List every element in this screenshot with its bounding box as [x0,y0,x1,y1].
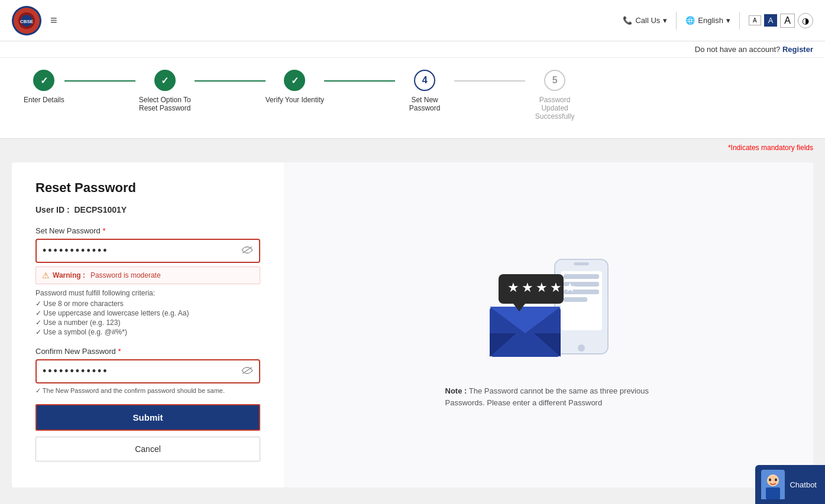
svg-rect-12 [574,262,589,265]
stepper-container: ✓ Enter Details ✓ Select Option To Reset… [0,58,825,139]
sub-header: Do not have an account? Register [0,41,825,58]
user-id-value: DECPS1001Y [74,205,127,214]
step-5-label: Password Updated Successfully [525,96,584,121]
font-large-button[interactable]: A [780,14,795,28]
step-5-circle: 5 [544,70,565,91]
step-4: 4 Set New Password [395,70,454,112]
globe-icon: 🌐 [685,16,695,25]
mandatory-text: Indicates mandatory fields [731,144,813,152]
divider-1 [676,12,677,30]
stepper: ✓ Enter Details ✓ Select Option To Reset… [24,70,801,121]
cancel-button[interactable]: Cancel [35,437,260,461]
password-illustration: ★★★★★ [466,242,632,372]
svg-rect-7 [564,274,599,279]
confirm-password-input[interactable] [43,365,241,378]
call-us-button[interactable]: 📞 Call Us ▾ [623,16,667,25]
confirm-password-wrapper [35,359,260,383]
svg-point-24 [769,479,771,482]
step-2-label: Select Option To Reset Password [135,96,195,112]
new-password-input[interactable] [43,245,241,257]
register-link[interactable]: Register [782,45,813,54]
connector-2-3 [195,80,266,82]
step-1-label: Enter Details [24,96,64,104]
language-label: English [698,16,723,25]
step-3-label: Verify Your Identity [266,96,324,104]
criteria-item-4: Use a symbol (e.g. @#%*) [35,328,260,336]
font-controls: A A A ◑ [749,13,813,28]
divider-2 [739,12,740,30]
right-panel: ★★★★★ Note : The Password cannot be the … [284,162,813,487]
language-selector[interactable]: 🌐 English ▾ [685,16,730,25]
warning-message: Password is moderate [90,271,161,279]
note-label: Note : [445,386,467,395]
contrast-button[interactable]: ◑ [798,13,813,28]
connector-3-4 [324,80,395,82]
register-prompt-text: Do not have an account? [695,45,781,54]
step-4-label: Set New Password [395,96,454,112]
user-id-label: User ID : [35,205,70,214]
connector-4-5 [454,80,525,82]
step-2-circle: ✓ [154,70,176,91]
step-4-circle: 4 [414,70,435,91]
phone-icon: 📞 [623,16,632,25]
criteria-item-1: Use 8 or more characters [35,300,260,308]
font-medium-button[interactable]: A [764,14,778,27]
header: CBSE ≡ 📞 Call Us ▾ 🌐 English ▾ A A A ◑ [0,0,825,41]
svg-rect-10 [564,297,587,302]
hamburger-menu[interactable]: ≡ [50,14,57,27]
confirm-password-label: Confirm New Password * [35,347,260,356]
font-small-button[interactable]: A [749,15,761,25]
contrast-icon: ◑ [802,16,809,25]
chatbot-button[interactable]: Chatbot [755,465,825,493]
confirm-password-req: * [118,347,121,356]
new-password-toggle-icon[interactable] [241,246,253,256]
submit-button[interactable]: Submit [35,404,260,431]
logo: CBSE [12,6,41,35]
main-content: Reset Password User ID : DECPS1001Y Set … [12,162,813,487]
criteria-title: Password must fulfill following criteria… [35,289,260,297]
new-password-wrapper [35,239,260,263]
confirm-match-text: The New Password and the confirm passwor… [35,387,260,395]
step-3-circle: ✓ [284,70,305,91]
chatbot-label: Chatbot [790,480,817,489]
warning-label: Warning : [53,271,85,279]
user-id-row: User ID : DECPS1001Y [35,205,260,214]
criteria-items: Use 8 or more characters Use uppercase a… [35,300,260,336]
step-1-circle: ✓ [33,70,54,91]
illustration: ★★★★★ [466,242,632,373]
new-password-label: Set New Password * [35,226,260,235]
criteria-list: Password must fulfill following criteria… [35,289,260,336]
svg-point-11 [578,344,585,352]
header-right: 📞 Call Us ▾ 🌐 English ▾ A A A ◑ [623,12,813,30]
criteria-item-3: Use a number (e.g. 123) [35,318,260,327]
call-us-chevron: ▾ [663,16,667,25]
chatbot-avatar [761,470,785,493]
step-3: ✓ Verify Your Identity [266,70,324,104]
svg-rect-22 [766,487,780,493]
criteria-item-2: Use uppercase and lowercase letters (e.g… [35,309,260,317]
confirm-password-toggle-icon[interactable] [241,366,253,377]
step-1: ✓ Enter Details [24,70,64,104]
logo-inner: CBSE [14,8,40,34]
connector-1-2 [64,80,135,82]
note-body: The Password cannot be the same as three… [445,386,649,407]
note-text: Note : The Password cannot be the same a… [445,385,652,408]
new-password-req: * [102,226,105,235]
page-title: Reset Password [35,180,260,196]
call-us-label: Call Us [635,16,660,25]
step-5: 5 Password Updated Successfully [525,70,584,121]
step-2: ✓ Select Option To Reset Password [135,70,195,112]
mandatory-note: *Indicates mandatory fields [0,139,825,157]
lang-chevron: ▾ [726,16,730,25]
header-left: CBSE ≡ [12,6,57,35]
warning-icon: ⚠ [42,271,50,280]
svg-text:★★★★★: ★★★★★ [507,280,578,295]
svg-text:CBSE: CBSE [20,19,34,24]
svg-point-25 [775,479,777,482]
left-panel: Reset Password User ID : DECPS1001Y Set … [12,162,284,487]
warning-box: ⚠ Warning : Password is moderate [35,266,260,284]
